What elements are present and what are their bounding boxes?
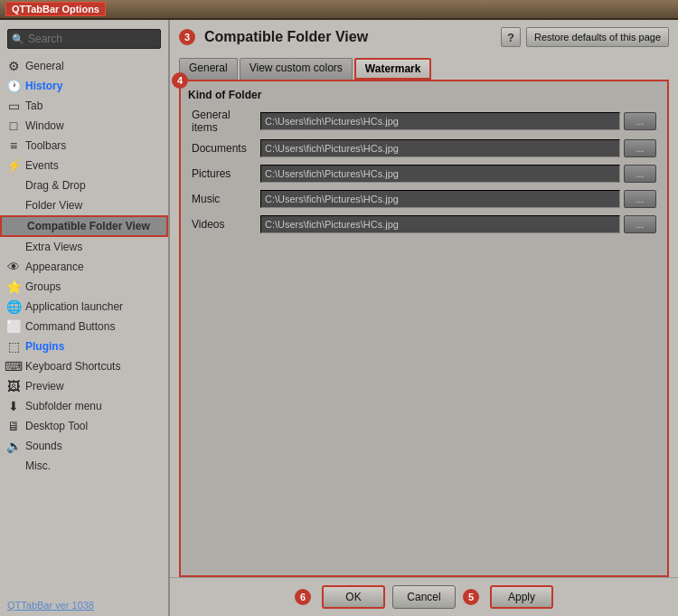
sidebar-item-misc[interactable]: Misc. xyxy=(0,456,168,476)
sidebar-item-history[interactable]: 🕐 History xyxy=(0,76,168,96)
title-bar: QTTabBar Options xyxy=(0,0,678,20)
keyboard-icon: ⌨ xyxy=(5,358,22,374)
app-launcher-icon: 🌐 xyxy=(5,299,22,315)
table-row: Pictures ... xyxy=(188,161,660,186)
search-input[interactable] xyxy=(14,33,155,45)
content-header: 3 Compatible Folder View ? Restore defau… xyxy=(170,20,678,51)
sidebar-item-folder-view[interactable]: Folder View xyxy=(0,195,168,215)
row-btn-cell: ... xyxy=(620,186,660,212)
table-row: Music ... xyxy=(188,186,660,212)
sidebar-item-toolbars[interactable]: ≡ Toolbars xyxy=(0,136,168,156)
badge-3: 3 xyxy=(179,29,195,45)
plugins-icon: ⬚ xyxy=(5,338,22,355)
row-btn-cell: ... xyxy=(620,136,660,161)
tab-general[interactable]: General xyxy=(179,58,238,80)
row-btn-cell: ... xyxy=(620,161,660,186)
events-icon: ⚡ xyxy=(5,157,22,174)
sidebar-item-events[interactable]: ⚡ Events xyxy=(0,156,168,175)
sidebar-item-keyboard-shortcuts[interactable]: ⌨ Keyboard Shortcuts xyxy=(0,356,168,376)
sounds-icon: 🔈 xyxy=(5,438,22,454)
tab-icon: ▭ xyxy=(5,98,22,114)
browse-button[interactable]: ... xyxy=(624,112,656,130)
toolbars-icon: ≡ xyxy=(5,137,22,154)
sidebar-item-general[interactable]: ⚙ General xyxy=(0,56,168,76)
title-bar-text: QTTabBar Options xyxy=(5,2,106,16)
restore-defaults-button[interactable]: Restore defaults of this page xyxy=(526,27,669,47)
row-label: Videos xyxy=(188,212,260,237)
apply-button[interactable]: Apply xyxy=(490,585,553,609)
main-window: 🔍 ⚙ General 🕐 History ▭ Tab □ Window ≡ T… xyxy=(0,20,678,616)
extra-views-icon xyxy=(5,239,22,255)
sidebar-item-preview[interactable]: 🖼 Preview xyxy=(0,376,168,396)
sidebar: 🔍 ⚙ General 🕐 History ▭ Tab □ Window ≡ T… xyxy=(0,20,170,616)
sidebar-item-subfolder-menu[interactable]: ⬇ Subfolder menu xyxy=(0,396,168,416)
gear-icon: ⚙ xyxy=(5,58,22,74)
browse-button[interactable]: ... xyxy=(624,165,656,183)
sidebar-item-appearance[interactable]: 👁 Appearance xyxy=(0,257,168,277)
command-buttons-icon: ⬜ xyxy=(5,318,22,335)
row-label: Pictures xyxy=(188,161,260,186)
browse-button[interactable]: ... xyxy=(624,190,656,208)
tab-bar: General View custom colors Watermark xyxy=(170,58,678,80)
sidebar-item-plugins[interactable]: ⬚ Plugins xyxy=(0,336,168,356)
section-title: Kind of Folder xyxy=(188,89,660,101)
row-label: Music xyxy=(188,186,260,212)
sidebar-item-extra-views[interactable]: Extra Views xyxy=(0,237,168,257)
ok-button[interactable]: OK xyxy=(322,585,385,609)
page-title: Compatible Folder View xyxy=(204,29,368,45)
desktop-tool-icon: 🖥 xyxy=(5,418,22,434)
misc-icon xyxy=(5,458,22,474)
row-path-cell xyxy=(260,107,620,136)
sidebar-item-tab[interactable]: ▭ Tab xyxy=(0,96,168,116)
row-path-cell xyxy=(260,136,620,161)
sidebar-item-groups[interactable]: ⭐ Groups xyxy=(0,277,168,297)
groups-icon: ⭐ xyxy=(5,279,22,295)
help-button[interactable]: ? xyxy=(501,27,521,47)
path-input[interactable] xyxy=(260,139,620,157)
sidebar-item-command-buttons[interactable]: ⬜ Command Buttons xyxy=(0,317,168,336)
subfolder-icon: ⬇ xyxy=(5,398,22,414)
preview-icon: 🖼 xyxy=(5,378,22,394)
table-row: General items ... xyxy=(188,107,660,136)
main-area: 3 Compatible Folder View ? Restore defau… xyxy=(170,20,678,616)
sidebar-item-application-launcher[interactable]: 🌐 Application launcher xyxy=(0,297,168,317)
window-icon: □ xyxy=(5,118,22,134)
path-input[interactable] xyxy=(260,165,620,183)
search-box[interactable]: 🔍 xyxy=(7,29,161,49)
history-icon: 🕐 xyxy=(5,78,22,94)
bottom-bar: 6 OK Cancel 5 Apply xyxy=(170,577,678,616)
tab-watermark[interactable]: Watermark xyxy=(354,58,432,80)
compatible-folder-view-icon xyxy=(7,218,24,234)
path-input[interactable] xyxy=(260,112,620,130)
browse-button[interactable]: ... xyxy=(624,139,656,157)
appearance-icon: 👁 xyxy=(5,259,22,275)
tab-view-custom-colors[interactable]: View custom colors xyxy=(240,58,353,80)
drag-drop-icon xyxy=(5,177,22,194)
badge-6: 6 xyxy=(295,589,311,605)
badge-4: 4 xyxy=(172,72,188,89)
row-path-cell xyxy=(260,212,620,237)
row-label: General items xyxy=(188,107,260,136)
folder-table: General items ... Documents ... Pictures… xyxy=(188,107,660,237)
row-path-cell xyxy=(260,186,620,212)
sidebar-item-drag-drop[interactable]: Drag & Drop xyxy=(0,175,168,195)
table-row: Videos ... xyxy=(188,212,660,237)
table-row: Documents ... xyxy=(188,136,660,161)
sidebar-item-desktop-tool[interactable]: 🖥 Desktop Tool xyxy=(0,416,168,436)
tabs-container: General View custom colors Watermark xyxy=(179,58,669,80)
cancel-button[interactable]: Cancel xyxy=(392,585,456,609)
row-btn-cell: ... xyxy=(620,212,660,237)
row-path-cell xyxy=(260,161,620,186)
row-btn-cell: ... xyxy=(620,107,660,136)
content-panel: 4 Kind of Folder General items ... Docum… xyxy=(179,80,669,577)
sidebar-item-window[interactable]: □ Window xyxy=(0,116,168,136)
badge-5: 5 xyxy=(463,589,479,605)
version-link[interactable]: QTTabBar ver 1038 xyxy=(0,594,168,616)
header-actions: ? Restore defaults of this page xyxy=(501,27,669,47)
folder-view-icon xyxy=(5,197,22,213)
path-input[interactable] xyxy=(260,190,620,208)
sidebar-item-sounds[interactable]: 🔈 Sounds xyxy=(0,436,168,456)
sidebar-item-compatible-folder-view[interactable]: Compatible Folder View 2 xyxy=(0,215,168,237)
browse-button[interactable]: ... xyxy=(624,215,656,233)
path-input[interactable] xyxy=(260,215,620,233)
